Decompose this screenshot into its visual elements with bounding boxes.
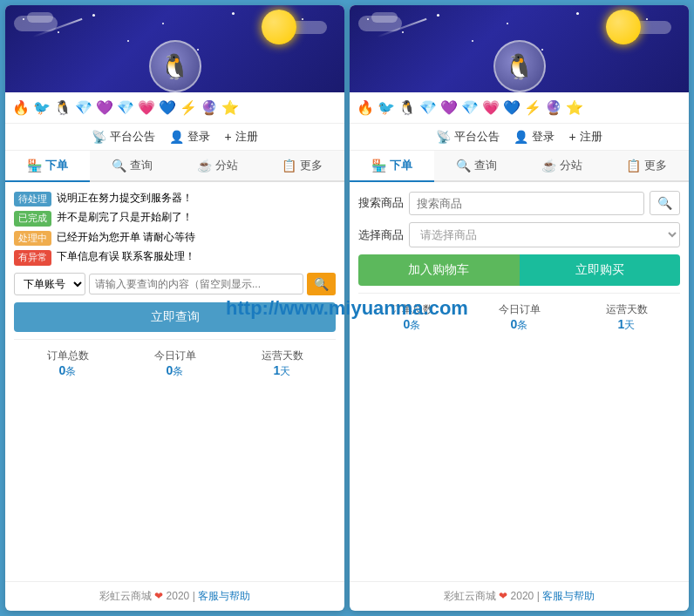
right-footer-heart: ❤ (499, 590, 507, 602)
right-nav-login[interactable]: 👤 登录 (514, 129, 555, 145)
right-icon-fire[interactable]: 🔥 (357, 99, 374, 116)
right-tab-branch[interactable]: ☕ 分站 (520, 151, 604, 182)
left-stat-total-orders: 订单总数 0条 (47, 349, 89, 379)
icon-bird[interactable]: 🐦 (33, 99, 51, 116)
icon-lightning[interactable]: ⚡ (180, 99, 197, 116)
icon-blue-heart[interactable]: 💙 (159, 99, 176, 116)
right-icon-diamond1[interactable]: 💎 (419, 99, 437, 116)
right-stat-total-orders: 订单总数 0条 (391, 302, 433, 333)
left-stat-days: 运营天数 1天 (262, 349, 303, 379)
right-search-row: 搜索商品 🔍 (358, 191, 680, 215)
right-stat-today-orders: 今日订单 0条 (499, 302, 541, 333)
right-penguin-avatar: 🐧 (493, 40, 546, 92)
right-icon-lightning[interactable]: ⚡ (524, 99, 541, 116)
left-tab-order-label: 下单 (45, 158, 68, 173)
more-icon: 📋 (282, 159, 296, 173)
left-panel: 🐧 🔥 🐦 🐧 💎 💜 💎 💗 💙 ⚡ 🔮 ⭐ 📡 平台公告 👤 登录 + 注册 (5, 5, 344, 611)
status-pending: 待处理 说明正在努力提交到服务器！ (14, 191, 336, 206)
right-nav-register[interactable]: + 注册 (568, 129, 602, 145)
left-tab-more[interactable]: 📋 更多 (260, 151, 344, 182)
left-nav-announcement[interactable]: 📡 平台公告 (92, 129, 155, 145)
right-product-select[interactable]: 请选择商品 (409, 222, 680, 247)
right-stat-days: 运营天数 1天 (606, 302, 648, 333)
right-icon-purple-heart[interactable]: 💜 (440, 99, 458, 116)
right-tab-query[interactable]: 🔍 查询 (434, 151, 519, 182)
right-tab-order[interactable]: 🏪 下单 (350, 151, 434, 182)
left-tab-query[interactable]: 🔍 查询 (90, 151, 174, 182)
status-error-label: 有异常 (14, 250, 51, 265)
right-icon-diamond2[interactable]: 💎 (461, 99, 479, 116)
right-tab-more-label: 更多 (644, 158, 667, 173)
right-search-button[interactable]: 🔍 (650, 191, 680, 215)
penguin-avatar: 🐧 (149, 40, 201, 92)
right-icon-star[interactable]: ⭐ (566, 99, 583, 116)
right-plus-icon: + (568, 130, 575, 144)
buy-now-button[interactable]: 立即购买 (520, 254, 681, 286)
right-icon-blue-heart[interactable]: 💙 (503, 99, 520, 116)
right-coffee-icon: ☕ (541, 159, 556, 173)
right-nav-announcement[interactable]: 📡 平台公告 (436, 129, 500, 145)
left-nav-register[interactable]: + 注册 (224, 129, 257, 145)
left-stat-today-orders: 今日订单 0条 (154, 349, 196, 379)
right-more-icon: 📋 (626, 159, 641, 173)
right-stat-total-orders-value: 0条 (391, 317, 433, 333)
search-tab-icon: 🔍 (112, 159, 126, 173)
right-icon-bar: 🔥 🐦 🐧 💎 💜 💎 💗 💙 ⚡ 🔮 ⭐ (350, 92, 689, 124)
right-panel: 🐧 🔥 🐦 🐧 💎 💜 💎 💗 💙 ⚡ 🔮 ⭐ 📡 平台公告 👤 登录 + 注册 (350, 5, 689, 611)
left-stat-total-orders-label: 订单总数 (47, 349, 89, 363)
right-footer-year: 2020 (511, 590, 534, 602)
right-icon-penguin[interactable]: 🐧 (398, 99, 416, 116)
right-stat-days-label: 运营天数 (606, 302, 648, 317)
right-tabs: 🏪 下单 🔍 查询 ☕ 分站 📋 更多 (350, 151, 689, 182)
right-store-icon: 🏪 (371, 159, 386, 173)
right-search-input[interactable] (409, 192, 644, 215)
order-account-select[interactable]: 下单账号 (14, 273, 85, 295)
icon-fire[interactable]: 🔥 (12, 99, 30, 116)
right-wifi-icon: 📡 (436, 130, 451, 144)
query-input[interactable] (89, 274, 303, 294)
left-nav-login[interactable]: 👤 登录 (169, 129, 210, 145)
right-icon-pink-heart[interactable]: 💗 (482, 99, 500, 116)
status-processing-text: 已经开始为您开单 请耐心等待 (57, 230, 195, 245)
plus-icon: + (224, 130, 231, 144)
right-search-tab-icon: 🔍 (456, 159, 471, 173)
right-icon-crystal[interactable]: 🔮 (545, 99, 562, 116)
right-main-content: 搜索商品 🔍 选择商品 请选择商品 加入购物车 立即购买 订单总数 0条 (350, 182, 689, 581)
right-stats-row: 订单总数 0条 今日订单 0条 运营天数 1天 (358, 293, 680, 342)
left-footer-link[interactable]: 客服与帮助 (198, 590, 250, 602)
icon-crystal[interactable]: 🔮 (201, 99, 218, 116)
add-to-cart-button[interactable]: 加入购物车 (358, 254, 520, 286)
right-tab-more[interactable]: 📋 更多 (604, 151, 689, 182)
right-nav-register-label: 注册 (580, 129, 602, 145)
icon-purple-heart[interactable]: 💜 (96, 99, 113, 116)
right-moon-decoration (606, 10, 641, 44)
right-footer-link[interactable]: 客服与帮助 (542, 590, 595, 602)
left-tab-order[interactable]: 🏪 下单 (5, 151, 90, 182)
icon-diamond2[interactable]: 💎 (117, 99, 134, 116)
right-stat-days-value: 1天 (606, 317, 648, 333)
icon-penguin[interactable]: 🐧 (54, 99, 71, 116)
left-nav-announcement-label: 平台公告 (110, 129, 155, 145)
status-done-label: 已完成 (14, 211, 51, 226)
right-user-icon: 👤 (514, 130, 528, 144)
left-footer-year: 2020 (167, 590, 190, 602)
right-stat-today-orders-value: 0条 (499, 317, 541, 333)
left-stats-row: 订单总数 0条 今日订单 0条 运营天数 1天 (14, 339, 336, 388)
icon-pink-heart[interactable]: 💗 (138, 99, 155, 116)
status-pending-label: 待处理 (14, 192, 51, 206)
right-tab-query-label: 查询 (474, 158, 497, 173)
right-btn-row: 加入购物车 立即购买 (358, 254, 680, 286)
right-icon-bird[interactable]: 🐦 (378, 99, 395, 116)
left-footer-heart: ❤ (154, 590, 163, 602)
query-button[interactable]: 立即查询 (14, 302, 336, 332)
orange-button[interactable]: 🔍 (307, 273, 336, 295)
left-top-nav: 📡 平台公告 👤 登录 + 注册 (5, 124, 344, 151)
moon-decoration (262, 10, 296, 44)
left-tab-branch[interactable]: ☕ 分站 (175, 151, 260, 182)
status-processing: 处理中 已经开始为您开单 请耐心等待 (14, 230, 336, 246)
icon-diamond1[interactable]: 💎 (75, 99, 92, 116)
left-stat-days-value: 1天 (262, 363, 303, 379)
wifi-icon: 📡 (92, 130, 106, 144)
status-pending-text: 说明正在努力提交到服务器！ (57, 191, 193, 206)
icon-star[interactable]: ⭐ (221, 99, 239, 116)
